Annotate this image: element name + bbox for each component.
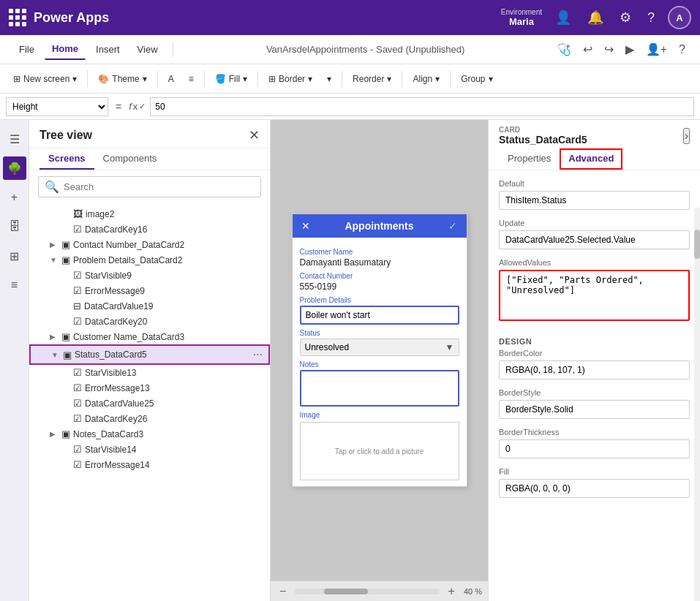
update-prop-label: Update	[499, 219, 690, 227]
list-item[interactable]: ☑ StarVisible13	[29, 365, 270, 380]
menu-file[interactable]: File	[12, 39, 42, 59]
list-item[interactable]: ▶ ▣ Customer Name_DataCard3	[29, 329, 270, 344]
sidebar-menu-icon[interactable]: ☰	[3, 127, 26, 151]
tree-tabs: Screens Components	[29, 148, 270, 170]
font-color-button[interactable]: A	[162, 71, 180, 87]
list-item[interactable]: ▶ ▣ Notes_DataCard3	[29, 426, 270, 442]
fill-prop-input[interactable]	[499, 479, 690, 498]
collapse-arrow-icon: ▶	[50, 241, 59, 249]
align-button[interactable]: Align ▾	[407, 71, 445, 87]
status-select[interactable]: Unresolved ▼	[300, 339, 459, 356]
property-select[interactable]: Height	[6, 97, 108, 116]
list-item[interactable]: ☑ DataCardKey26	[29, 411, 270, 426]
datacard-icon: ▣	[63, 349, 72, 360]
tree-item-label: Notes_DataCard3	[73, 429, 143, 439]
paragraph-button[interactable]: ≡	[183, 71, 200, 87]
border-color-input[interactable]	[499, 360, 690, 379]
tree-item-label: StarVisible14	[85, 445, 137, 455]
sidebar-db-icon[interactable]: ⊞	[3, 244, 26, 268]
scrollbar-thumb[interactable]	[324, 589, 368, 594]
horizontal-scrollbar[interactable]	[295, 589, 439, 594]
group-button[interactable]: Group ▾	[455, 71, 498, 87]
allowed-values-input[interactable]: ["Fixed", "Parts Ordered", "Unresolved"]	[499, 270, 690, 321]
share-icon-btn[interactable]: 👤+	[643, 39, 670, 59]
border-color-label: BorderColor	[499, 349, 690, 358]
formula-input[interactable]	[150, 97, 694, 116]
list-item-selected[interactable]: ▼ ▣ Status_DataCard5 ···	[29, 344, 270, 365]
list-item[interactable]: ⊟ DataCardValue19	[29, 298, 270, 314]
tab-properties[interactable]: Properties	[499, 148, 560, 170]
list-item[interactable]: ☑ DataCardKey16	[29, 222, 270, 237]
list-item[interactable]: 🖼 image2	[29, 206, 270, 222]
notes-label: Notes	[300, 360, 459, 368]
undo-icon-btn[interactable]: ↩	[580, 39, 595, 59]
form-close-icon[interactable]: ✕	[301, 220, 310, 232]
zoom-minus-btn[interactable]: −	[276, 582, 289, 601]
default-prop-input[interactable]	[499, 191, 690, 210]
tab-advanced[interactable]: Advanced	[560, 148, 622, 170]
update-prop-input[interactable]	[499, 230, 690, 249]
theme-label: Theme	[112, 74, 139, 84]
sidebar-add-icon[interactable]: +	[3, 186, 26, 209]
right-scrollbar-thumb[interactable]	[694, 230, 700, 259]
toolbar: ⊞ New screen ▾ 🎨 Theme ▾ A ≡ 🪣 Fill ▾ ⊞ …	[0, 64, 700, 94]
list-item[interactable]: ☑ DataCardValue25	[29, 396, 270, 411]
reorder-button[interactable]: Reorder ▾	[347, 71, 397, 87]
list-item[interactable]: ☑ ErrorMessage13	[29, 380, 270, 396]
redo-icon-btn[interactable]: ↪	[601, 39, 617, 59]
health-icon-btn[interactable]: 🩺	[554, 39, 574, 59]
waffle-icon[interactable]	[9, 9, 26, 26]
user-avatar[interactable]: A	[668, 6, 691, 29]
theme-button[interactable]: 🎨 Theme ▾	[92, 71, 152, 87]
right-panel-header: CARD Status_DataCard5 ›	[489, 120, 700, 148]
collapse-arrow-icon: ▶	[50, 430, 59, 438]
context-menu-icon[interactable]: ···	[253, 348, 263, 361]
menu-help-btn[interactable]: ?	[676, 40, 688, 59]
canvas-inner[interactable]: ✕ Appointments ✓ Customer Name Damayanti…	[271, 120, 488, 581]
reorder-chevron: ▾	[387, 74, 391, 84]
fill-prop-label: Fill	[499, 467, 690, 476]
list-item[interactable]: ☑ StarVisible9	[29, 268, 270, 283]
border-button[interactable]: ⊞ Border ▾	[263, 71, 318, 87]
list-item[interactable]: ☑ ErrorMessage14	[29, 457, 270, 472]
list-item[interactable]: ☑ StarVisible14	[29, 442, 270, 457]
list-item[interactable]: ☑ ErrorMessage9	[29, 283, 270, 298]
list-item[interactable]: ☑ DataCardKey20	[29, 314, 270, 329]
tab-components[interactable]: Components	[94, 148, 166, 170]
menu-bar-icons: 🩺 ↩ ↪ ▶ 👤+ ?	[554, 39, 688, 59]
problem-details-input[interactable]: Boiler won't start	[300, 306, 459, 325]
fill-icon: 🪣	[215, 74, 226, 84]
canvas-bottom-bar: − + 40 %	[271, 581, 488, 601]
notes-textarea[interactable]	[300, 370, 459, 407]
border-chevron: ▾	[308, 74, 312, 84]
toolbar-sep-2	[157, 71, 158, 87]
down-arrow-btn[interactable]: ▾	[321, 71, 337, 87]
right-panel-close-btn[interactable]: ›	[683, 128, 690, 144]
border-style-input[interactable]	[499, 400, 690, 419]
new-screen-button[interactable]: ⊞ New screen ▾	[7, 71, 83, 87]
zoom-plus-btn[interactable]: +	[445, 582, 458, 601]
datacardkey-icon: ☑	[73, 316, 82, 327]
form-check-icon[interactable]: ✓	[448, 220, 457, 232]
sidebar-data-icon[interactable]: 🗄	[3, 215, 26, 238]
sidebar-variables-icon[interactable]: ≡	[3, 273, 26, 297]
sidebar-tree-icon[interactable]: 🌳	[3, 156, 26, 180]
border-thickness-input[interactable]	[499, 439, 690, 458]
bell-icon-btn[interactable]: 🔔	[584, 7, 606, 29]
tab-screens[interactable]: Screens	[39, 148, 94, 170]
settings-icon-btn[interactable]: ⚙	[617, 7, 634, 29]
datacardkey-icon: ☑	[73, 413, 82, 424]
tree-close-button[interactable]: ✕	[249, 127, 260, 143]
fill-button[interactable]: 🪣 Fill ▾	[209, 71, 253, 87]
group-label: Group	[461, 74, 485, 84]
play-icon-btn[interactable]: ▶	[622, 39, 637, 59]
person-icon-btn[interactable]: 👤	[552, 7, 574, 29]
list-item[interactable]: ▶ ▣ Contact Number_DataCard2	[29, 237, 270, 252]
menu-insert[interactable]: Insert	[89, 39, 127, 59]
menu-home[interactable]: Home	[45, 39, 86, 60]
help-icon-btn[interactable]: ?	[644, 7, 658, 29]
menu-view[interactable]: View	[130, 39, 165, 59]
image-upload-box[interactable]: Tap or click to add a picture	[300, 422, 459, 480]
list-item[interactable]: ▼ ▣ Problem Details_DataCard2	[29, 252, 270, 268]
search-input[interactable]	[64, 181, 255, 192]
